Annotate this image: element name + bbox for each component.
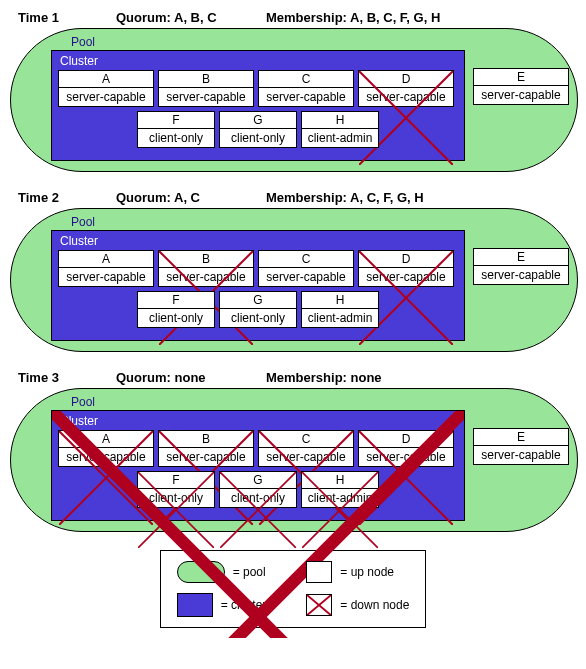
node-id: B xyxy=(159,431,253,448)
node-id: G xyxy=(220,292,296,309)
node-id: G xyxy=(220,112,296,129)
node-B: Bserver-capable xyxy=(158,250,254,287)
node-F: Fclient-only xyxy=(137,291,215,328)
cluster-row-1: Aserver-capableBserver-capableCserver-ca… xyxy=(58,70,458,107)
node-role: server-capable xyxy=(259,448,353,466)
node-C: Cserver-capable xyxy=(258,430,354,467)
node-role: server-capable xyxy=(259,88,353,106)
node-A: Aserver-capable xyxy=(58,430,154,467)
node-id: G xyxy=(220,472,296,489)
cluster: ClusterAserver-capableBserver-capableCse… xyxy=(51,230,465,341)
node-id: B xyxy=(159,251,253,268)
node-role: client-admin xyxy=(302,309,378,327)
node-D: Dserver-capable xyxy=(358,250,454,287)
node-role: server-capable xyxy=(474,266,568,284)
legend-up-node-label: = up node xyxy=(340,565,394,579)
section-2: Time 2Quorum: A, CMembership: A, C, F, G… xyxy=(10,190,576,352)
membership-label: Membership: none xyxy=(266,370,576,385)
node-E: Eserver-capable xyxy=(473,248,569,285)
legend-wrap: = pool = up node = cluster = down node xyxy=(10,550,576,628)
node-role: server-capable xyxy=(359,88,453,106)
node-G: Gclient-only xyxy=(219,471,297,508)
node-D: Dserver-capable xyxy=(358,70,454,107)
diagram-root: Time 1Quorum: A, B, CMembership: A, B, C… xyxy=(10,10,576,532)
node-role: client-only xyxy=(220,129,296,147)
pool-body: ClusterAserver-capableBserver-capableCse… xyxy=(19,50,569,161)
outside-node: Eserver-capable xyxy=(473,248,569,285)
node-id: A xyxy=(59,71,153,88)
node-id: E xyxy=(474,429,568,446)
node-role: client-only xyxy=(138,489,214,507)
time-label: Time 2 xyxy=(18,190,116,205)
membership-label: Membership: A, B, C, F, G, H xyxy=(266,10,576,25)
cluster-label: Cluster xyxy=(60,54,458,68)
pool-label: Pool xyxy=(71,215,569,229)
node-role: client-only xyxy=(220,489,296,507)
node-role: client-admin xyxy=(302,129,378,147)
node-id: D xyxy=(359,431,453,448)
pool-label: Pool xyxy=(71,395,569,409)
node-role: server-capable xyxy=(159,88,253,106)
node-G: Gclient-only xyxy=(219,111,297,148)
cluster-row-1: Aserver-capableBserver-capableCserver-ca… xyxy=(58,250,458,287)
node-role: server-capable xyxy=(474,86,568,104)
node-role: server-capable xyxy=(59,88,153,106)
section-header: Time 1Quorum: A, B, CMembership: A, B, C… xyxy=(18,10,576,25)
cluster: ClusterAserver-capableBserver-capableCse… xyxy=(51,50,465,161)
pool-body: ClusterAserver-capableBserver-capableCse… xyxy=(19,410,569,521)
node-id: E xyxy=(474,69,568,86)
node-role: server-capable xyxy=(159,448,253,466)
node-id: D xyxy=(359,71,453,88)
pool: PoolClusterAserver-capableBserver-capabl… xyxy=(10,28,578,172)
legend-pool-label: = pool xyxy=(233,565,266,579)
node-H: Hclient-admin xyxy=(301,291,379,328)
node-id: B xyxy=(159,71,253,88)
node-role: client-only xyxy=(220,309,296,327)
time-label: Time 1 xyxy=(18,10,116,25)
outside-node: Eserver-capable xyxy=(473,428,569,465)
membership-label: Membership: A, C, F, G, H xyxy=(266,190,576,205)
node-B: Bserver-capable xyxy=(158,430,254,467)
node-id: A xyxy=(59,431,153,448)
node-id: D xyxy=(359,251,453,268)
node-C: Cserver-capable xyxy=(258,70,354,107)
node-H: Hclient-admin xyxy=(301,111,379,148)
node-A: Aserver-capable xyxy=(58,250,154,287)
node-id: H xyxy=(302,112,378,129)
quorum-label: Quorum: A, B, C xyxy=(116,10,266,25)
cluster: ClusterAserver-capableBserver-capableCse… xyxy=(51,410,465,521)
node-id: C xyxy=(259,251,353,268)
cluster-label: Cluster xyxy=(60,414,458,428)
legend-down-node: = down node xyxy=(306,593,409,617)
legend-down-node-label: = down node xyxy=(340,598,409,612)
node-E: Eserver-capable xyxy=(473,428,569,465)
node-role: server-capable xyxy=(159,268,253,286)
legend-pool: = pool xyxy=(177,561,267,583)
node-id: A xyxy=(59,251,153,268)
legend-cluster-icon xyxy=(177,593,213,617)
pool: PoolClusterAserver-capableBserver-capabl… xyxy=(10,388,578,532)
node-B: Bserver-capable xyxy=(158,70,254,107)
node-H: Hclient-admin xyxy=(301,471,379,508)
node-role: server-capable xyxy=(474,446,568,464)
quorum-label: Quorum: A, C xyxy=(116,190,266,205)
cluster-row-2: Fclient-onlyGclient-onlyHclient-admin xyxy=(58,471,458,508)
legend-cluster: = cluster xyxy=(177,593,267,617)
cluster-row-2: Fclient-onlyGclient-onlyHclient-admin xyxy=(58,291,458,328)
cluster-row-1: Aserver-capableBserver-capableCserver-ca… xyxy=(58,430,458,467)
node-role: server-capable xyxy=(259,268,353,286)
node-role: client-admin xyxy=(302,489,378,507)
node-id: H xyxy=(302,292,378,309)
outside-node: Eserver-capable xyxy=(473,68,569,105)
node-id: C xyxy=(259,71,353,88)
cluster-row-2: Fclient-onlyGclient-onlyHclient-admin xyxy=(58,111,458,148)
node-E: Eserver-capable xyxy=(473,68,569,105)
node-F: Fclient-only xyxy=(137,111,215,148)
time-label: Time 3 xyxy=(18,370,116,385)
legend-up-node-icon xyxy=(306,561,332,583)
quorum-label: Quorum: none xyxy=(116,370,266,385)
node-id: F xyxy=(138,112,214,129)
node-id: C xyxy=(259,431,353,448)
node-G: Gclient-only xyxy=(219,291,297,328)
legend: = pool = up node = cluster = down node xyxy=(160,550,427,628)
